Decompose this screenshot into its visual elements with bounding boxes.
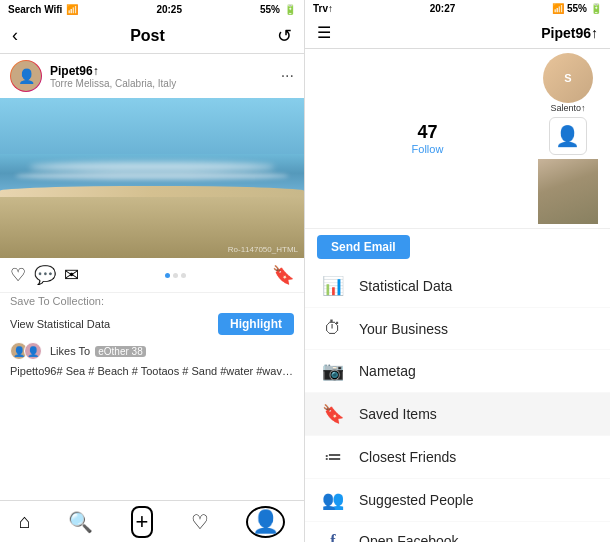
post-thumbnail[interactable] [538,159,598,224]
saved-items-icon: 🔖 [321,403,345,425]
bookmark-button[interactable]: 🔖 [272,264,294,286]
menu-item-label: Your Business [359,321,594,337]
image-overlay-text: Ro-1147050_HTML [228,245,298,254]
right-wifi-icon: 📶 [552,3,564,14]
like-avatar-2: 👤 [24,342,42,360]
send-email-row: Send Email [305,229,610,265]
dot-1 [165,273,170,278]
person-icon: 👤 [555,124,580,148]
time-label: 20:25 [156,4,182,15]
your-business-icon: ⏱ [321,318,345,339]
salento-avatar[interactable]: S [543,53,593,103]
menu-item-your-business[interactable]: ⏱ Your Business [305,308,610,350]
battery-label: 55% [260,4,280,15]
right-top-bar: ☰ Pipet96↑ [305,17,610,49]
save-collection-row: Save To Collection: [0,292,304,309]
right-col-content: S Salento↑ 👤 [538,53,598,224]
follow-count: 47 [417,122,437,143]
follow-count-container: 47 Follow [412,122,444,155]
carrier-label: Search Wifi [8,4,62,15]
follow-label[interactable]: Follow [412,143,444,155]
post-title: Post [18,27,277,45]
statistical-data-icon: 📊 [321,275,345,297]
menu-item-label: Closest Friends [359,449,594,465]
right-status-bar: Trv↑ 20:27 📶 55% 🔋 [305,0,610,17]
save-collection-label: Save To Collection: [10,295,104,307]
right-battery-icon: 🔋 [590,3,602,14]
caption-text: Pipetto96# Sea # Beach # Tootaos # Sand … [10,365,303,377]
menu-item-label: Nametag [359,363,594,379]
carousel-dots [165,273,186,278]
menu-item-closest-friends[interactable]: ≔ Closest Friends [305,436,610,479]
closest-friends-icon: ≔ [321,446,345,468]
person-icon-box[interactable]: 👤 [549,117,587,155]
post-actions-row: ♡ 💬 ✉ 🔖 [0,258,304,292]
menu-item-label: Statistical Data [359,278,594,294]
view-stats-row: View Statistical Data Highlight [0,309,304,339]
post-user-info: Pipet96↑ Torre Melissa, Calabria, Italy [50,64,273,89]
wifi-icon: 📶 [66,4,78,15]
battery-icon: 🔋 [284,4,296,15]
refresh-button[interactable]: ↺ [277,25,292,47]
share-button[interactable]: ✉ [64,264,79,286]
home-button[interactable]: ⌂ [19,510,31,533]
right-panel: Trv↑ 20:27 📶 55% 🔋 ☰ Pipet96↑ 47 Follow … [305,0,610,542]
likes-row: 👤 👤 Likes To eOther 38 [0,339,304,363]
top-nav: ‹ Post ↺ [0,18,304,54]
avatar[interactable]: 👤 [10,60,42,92]
nametag-icon: 📷 [321,360,345,382]
menu-item-open-facebook[interactable]: f Open Facebook [305,522,610,542]
left-status-bar: Search Wifi 📶 20:25 55% 🔋 [0,0,304,18]
heart-button[interactable]: ♡ [191,510,209,534]
right-battery-label: 55% [567,3,587,14]
suggested-people-icon: 👥 [321,489,345,511]
likes-label: Likes To [50,345,90,357]
status-bar-left: Search Wifi 📶 [8,4,78,15]
wave-1 [30,162,273,172]
comment-button[interactable]: 💬 [34,264,56,286]
menu-item-label: Open Facebook [359,533,594,542]
menu-item-suggested-people[interactable]: 👥 Suggested People [305,479,610,522]
menu-item-statistical-data[interactable]: 📊 Statistical Data [305,265,610,308]
like-button[interactable]: ♡ [10,264,26,286]
right-time-label: 20:27 [430,3,456,14]
post-image: Ro-1147050_HTML [0,98,304,258]
right-username: Pipet96↑ [541,25,598,41]
dot-2 [173,273,178,278]
status-bar-right: 55% 🔋 [260,4,296,15]
likes-avatars: 👤 👤 [10,342,38,360]
post-header: 👤 Pipet96↑ Torre Melissa, Calabria, Ital… [0,54,304,98]
more-options-button[interactable]: ··· [281,67,294,85]
send-email-button[interactable]: Send Email [317,235,410,259]
follow-row: 47 Follow S Salento↑ 👤 [305,49,610,229]
right-status-icons: 📶 55% 🔋 [552,3,602,14]
left-panel: Search Wifi 📶 20:25 55% 🔋 ‹ Post ↺ 👤 Pip… [0,0,305,542]
highlight-button[interactable]: Highlight [218,313,294,335]
search-button[interactable]: 🔍 [68,510,93,534]
post-username[interactable]: Pipet96↑ [50,64,273,78]
right-carrier-label: Trv↑ [313,3,333,14]
menu-item-saved-items[interactable]: 🔖 Saved Items [305,393,610,436]
menu-button[interactable]: ☰ [317,23,331,42]
avatar-image: 👤 [11,61,41,91]
menu-item-label: Saved Items [359,406,594,422]
menu-item-label: Suggested People [359,492,594,508]
caption-row: Pipetto96# Sea # Beach # Tootaos # Sand … [0,363,304,379]
menu-list: 📊 Statistical Data ⏱ Your Business 📷 Nam… [305,265,610,542]
post-location: Torre Melissa, Calabria, Italy [50,78,273,89]
wave-2 [15,172,289,180]
profile-button[interactable]: 👤 [246,506,285,538]
view-stats-label: View Statistical Data [10,318,110,330]
menu-item-nametag[interactable]: 📷 Nametag [305,350,610,393]
likes-text: Likes To eOther 38 [50,345,146,357]
salento-label: Salento↑ [550,103,585,113]
add-button[interactable]: + [131,506,154,538]
left-bottom-nav: ⌂ 🔍 + ♡ 👤 [0,500,304,542]
dot-3 [181,273,186,278]
other-likes-label: eOther 38 [95,346,145,357]
facebook-icon: f [321,532,345,542]
